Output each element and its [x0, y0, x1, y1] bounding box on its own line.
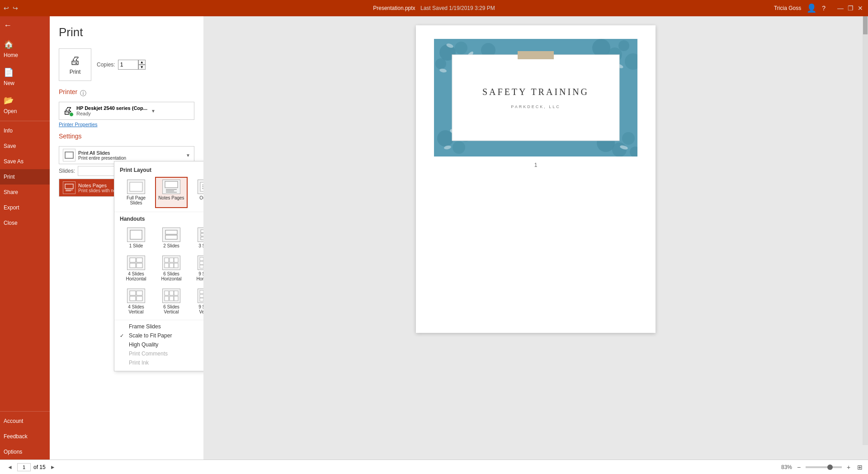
copies-increment[interactable]: ▲	[138, 60, 146, 65]
sidebar-item-print[interactable]: Print	[0, 169, 50, 185]
print-row: 🖨 Print Copies: ▲ ▼	[59, 48, 194, 81]
svg-rect-46	[170, 296, 174, 301]
prev-page-button[interactable]: ◄	[5, 463, 14, 472]
svg-rect-24	[170, 258, 174, 262]
restore-button[interactable]: ❐	[846, 4, 854, 12]
printer-info-icon[interactable]: ⓘ	[80, 90, 86, 98]
redo-icon[interactable]: ↪	[13, 5, 18, 12]
handout-6v[interactable]: 6 Slides Vertical	[155, 286, 188, 317]
sidebar-item-feedback[interactable]: Feedback	[0, 429, 50, 444]
notes-pages-label: Notes Pages	[158, 195, 184, 200]
printer-section-title: Printer	[59, 88, 77, 95]
sidebar-item-close[interactable]: Close	[0, 215, 50, 231]
svg-point-80	[612, 142, 627, 156]
printer-properties-link[interactable]: Printer Properties	[59, 122, 194, 127]
minimize-button[interactable]: —	[836, 4, 844, 12]
undo-icon[interactable]: ↩	[4, 5, 9, 12]
close-button[interactable]: ✕	[856, 4, 864, 12]
handouts-row1: 1 Slide 2 Slides	[114, 224, 203, 252]
slide-text-area: SAFETY TRAINING PARKDECK, LLC	[452, 55, 619, 141]
help-icon[interactable]: ?	[822, 5, 826, 12]
svg-rect-17	[201, 233, 203, 236]
sidebar-item-info-label: Info	[4, 128, 13, 134]
svg-point-81	[622, 132, 635, 145]
notes-pages-option[interactable]: Notes Pages	[155, 177, 188, 208]
page-input[interactable]	[17, 463, 31, 471]
handout-6v-label: 6 Slides Vertical	[158, 304, 185, 314]
print-button-label: Print	[70, 69, 81, 75]
handout-1-slide[interactable]: 1 Slide	[120, 225, 152, 251]
handout-4v[interactable]: 4 Slides Vertical	[120, 286, 152, 317]
print-button[interactable]: 🖨 Print	[59, 48, 91, 81]
outline-option[interactable]: Outline	[190, 177, 203, 208]
handout-2-slides[interactable]: 2 Slides	[155, 225, 188, 251]
handout-9v-icon	[198, 289, 203, 303]
printer-selector[interactable]: 🖨 HP Deskjet 2540 series (Cop... Ready ▼	[59, 102, 194, 120]
sidebar-item-new[interactable]: 📄 New	[0, 63, 50, 91]
print-comments-option: Print Comments	[114, 349, 203, 358]
fit-page-icon[interactable]: ⊞	[857, 464, 863, 471]
zoom-out-button[interactable]: −	[795, 463, 803, 471]
frame-slides-option[interactable]: Frame Slides	[114, 322, 203, 331]
scale-to-fit-option[interactable]: ✓ Scale to Fit Paper	[114, 331, 203, 340]
slide-title: SAFETY TRAINING	[482, 87, 589, 97]
outline-label: Outline	[199, 195, 203, 200]
svg-rect-39	[137, 291, 142, 295]
sidebar-item-saveas[interactable]: Save As	[0, 154, 50, 169]
full-page-slides-option[interactable]: Full Page Slides	[120, 177, 152, 208]
copies-input[interactable]	[118, 60, 138, 70]
sidebar-item-account[interactable]: Account	[0, 413, 50, 429]
next-page-button[interactable]: ►	[48, 463, 57, 472]
handouts-row2: 4 Slides Horizontal	[114, 252, 203, 285]
full-page-icon	[127, 180, 145, 194]
handout-9h[interactable]: 9 Slides Horizontal	[190, 253, 203, 284]
svg-rect-42	[165, 291, 169, 295]
copies-spinbox: ▲ ▼	[118, 60, 146, 70]
preview-scrollbar[interactable]	[863, 16, 868, 445]
handout-4h-label: 4 Slides Horizontal	[123, 271, 150, 281]
print-ink-option: Print Ink	[114, 358, 203, 367]
copies-label: Copies:	[97, 62, 115, 68]
sidebar-item-account-label: Account	[4, 418, 23, 424]
zoom-slider[interactable]	[806, 466, 842, 468]
back-icon: ←	[4, 21, 12, 30]
svg-rect-15	[165, 235, 177, 239]
copies-spin-buttons: ▲ ▼	[138, 60, 146, 70]
zoom-thumb[interactable]	[827, 465, 833, 470]
sidebar-item-info[interactable]: Info	[0, 123, 50, 138]
svg-rect-19	[130, 258, 136, 262]
sidebar-bottom: Account Feedback Options	[0, 409, 50, 460]
svg-rect-43	[170, 291, 174, 295]
sidebar-item-open[interactable]: 📂 Open	[0, 91, 50, 119]
svg-rect-29	[200, 257, 203, 261]
print-comments-label: Print Comments	[129, 351, 168, 357]
sidebar-item-save[interactable]: Save	[0, 138, 50, 154]
layout-main: Print All Slides	[78, 150, 183, 156]
handout-3-icon	[198, 228, 203, 242]
scrollbar-thumb[interactable]	[863, 16, 868, 34]
new-icon: 📄	[4, 67, 14, 77]
user-icon[interactable]: 👤	[807, 3, 816, 13]
svg-rect-16	[201, 230, 203, 232]
print-ink-label: Print Ink	[129, 360, 149, 366]
sidebar-item-share[interactable]: Share	[0, 185, 50, 200]
sidebar-item-options[interactable]: Options	[0, 444, 50, 460]
sidebar-nav: 🏠 Home 📄 New 📂 Open Info Save Save As	[0, 35, 50, 409]
sidebar-item-export[interactable]: Export	[0, 200, 50, 215]
back-button[interactable]: ←	[0, 16, 50, 35]
handout-3-slides[interactable]: 3 Slides	[190, 225, 203, 251]
top-bar: ↩ ↪ Presentation.pptx Last Saved 1/19/20…	[0, 0, 868, 16]
zoom-in-button[interactable]: +	[844, 463, 853, 471]
sidebar-item-home[interactable]: 🏠 Home	[0, 35, 50, 63]
sidebar-item-saveas-label: Save As	[4, 158, 24, 165]
handout-6h[interactable]: 6 Slides Horizontal	[155, 253, 188, 284]
handout-4h[interactable]: 4 Slides Horizontal	[120, 253, 152, 284]
handout-9v[interactable]: 9 Slides Vertical	[190, 286, 203, 317]
frame-slides-label: Frame Slides	[129, 323, 161, 330]
svg-point-59	[455, 42, 467, 54]
copies-decrement[interactable]: ▼	[138, 65, 146, 70]
high-quality-option[interactable]: High Quality	[114, 340, 203, 349]
slides-label: Slides:	[59, 168, 75, 174]
svg-rect-26	[165, 263, 169, 268]
handout-4h-icon	[127, 256, 145, 270]
